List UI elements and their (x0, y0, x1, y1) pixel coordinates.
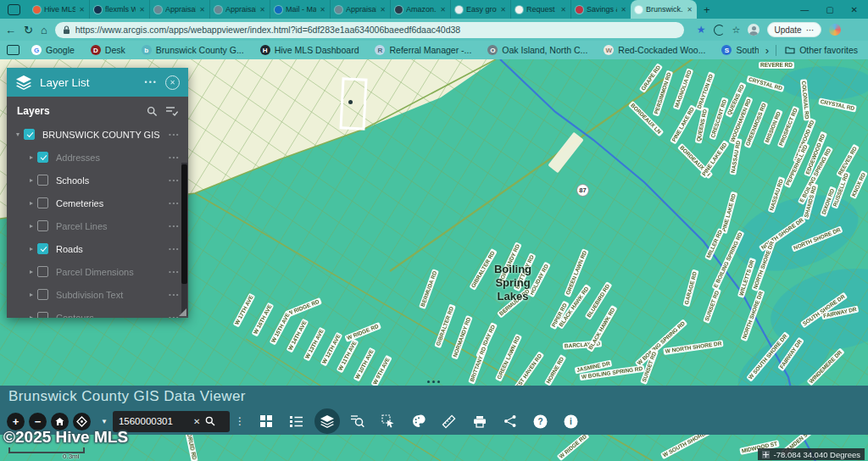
expand-caret-icon[interactable]: ▸ (27, 153, 36, 161)
bookmark-oak-island-north-c[interactable]: OOak Island, North C... (487, 45, 587, 55)
expand-caret-icon[interactable]: ▸ (27, 291, 36, 298)
layer-item-cemeteries[interactable]: ▸Cemeteries••• (7, 192, 188, 214)
refresh-icon[interactable]: ↻ (24, 25, 33, 36)
parcel-search-box[interactable]: ✕ (113, 411, 230, 432)
panel-scrollbar-track[interactable] (181, 163, 187, 316)
panel-close-icon[interactable]: ✕ (165, 75, 180, 90)
expand-caret-icon[interactable]: ▾ (14, 131, 22, 138)
tab-close-icon[interactable]: ✕ (560, 6, 566, 14)
layer-menu-dots-icon[interactable]: ••• (169, 291, 180, 298)
tab-flexmls-w[interactable]: flexmls W...✕ (89, 0, 149, 19)
expand-caret-icon[interactable]: ▸ (27, 199, 36, 207)
select-button[interactable] (374, 408, 403, 434)
selected-parcel[interactable] (339, 77, 367, 130)
sidebar-toggle-icon[interactable] (7, 45, 19, 55)
layer-menu-dots-icon[interactable]: ••• (169, 131, 180, 138)
bookmarks-overflow-icon[interactable]: › (765, 44, 769, 57)
tab-close-icon[interactable]: ✕ (320, 6, 326, 14)
expand-caret-icon[interactable]: ▸ (27, 314, 36, 318)
layer-item-parcel-dimensions[interactable]: ▸Parcel Dimensions••• (7, 260, 188, 283)
tab-close-icon[interactable]: ✕ (79, 6, 85, 14)
info-button[interactable]: i (557, 408, 586, 434)
bookmark-desk[interactable]: DDesk (91, 45, 125, 55)
search-source-dropdown[interactable]: ▼ (101, 418, 108, 425)
browser-essentials-icon[interactable] (714, 25, 725, 36)
expand-caret-icon[interactable]: ▸ (27, 268, 36, 275)
layer-checkbox[interactable] (37, 220, 48, 231)
copilot-icon[interactable] (829, 24, 841, 36)
tab-close-icon[interactable]: ✕ (259, 6, 265, 14)
layer-list-button[interactable] (313, 408, 342, 434)
back-icon[interactable]: ← (5, 25, 16, 36)
bookmark-red-cockaded-woo[interactable]: WRed-Cockaded Woo... (604, 45, 705, 55)
search-icon[interactable] (205, 416, 215, 426)
expand-caret-icon[interactable]: ▸ (27, 176, 36, 184)
tab-appraisal[interactable]: Appraisal...✕ (209, 0, 270, 19)
bookmark-referral-manager[interactable]: RReferral Manager -... (375, 45, 471, 55)
layer-item-addresses[interactable]: ▸Addresses••• (7, 146, 188, 169)
clear-search-icon[interactable]: ✕ (193, 417, 200, 426)
more-options-icon[interactable]: ⋯ (806, 25, 815, 35)
expand-caret-icon[interactable]: ▸ (27, 245, 36, 253)
layer-checkbox[interactable] (37, 175, 48, 186)
help-button[interactable]: ? (526, 408, 555, 434)
bookmark-southport-nc-cost[interactable]: SSouthport, NC Cost... (721, 45, 758, 55)
favorite-star-icon[interactable]: ★ (697, 24, 706, 36)
bookmark-brunswick-county-g[interactable]: bBrunswick County G... (142, 45, 244, 55)
other-favorites-button[interactable]: Other favorites (785, 45, 861, 55)
close-icon[interactable]: ✕ (851, 5, 858, 14)
expand-caret-icon[interactable]: ▸ (27, 222, 36, 230)
layer-checkbox[interactable] (37, 197, 48, 208)
bookmark-google[interactable]: GGoogle (31, 45, 75, 55)
print-button[interactable] (465, 408, 494, 434)
panel-resize-handle[interactable] (179, 308, 186, 316)
layer-menu-dots-icon[interactable]: ••• (169, 268, 180, 275)
panel-menu-dots[interactable]: ••• (145, 78, 158, 86)
tab-amazon[interactable]: Amazon...✕ (390, 0, 450, 19)
layer-search-icon[interactable] (147, 106, 158, 117)
profile-avatar[interactable] (748, 24, 760, 36)
search-input[interactable] (119, 416, 188, 426)
bookmark-hive-mls-dashboard[interactable]: HHive MLS Dashboard (260, 45, 359, 55)
tab-close-icon[interactable]: ✕ (380, 6, 386, 14)
layer-menu-dots-icon[interactable]: ••• (169, 222, 180, 230)
panel-drag-handle[interactable] (427, 380, 440, 383)
layer-item-parcel-lines[interactable]: ▸Parcel Lines••• (7, 214, 188, 237)
minimize-icon[interactable]: — (800, 5, 809, 14)
coordinate-target-icon[interactable] (762, 451, 770, 458)
draw-button[interactable] (404, 408, 433, 434)
tab-savings[interactable]: Savings &...✕ (570, 0, 631, 19)
panel-scrollbar-thumb[interactable] (181, 164, 187, 284)
tab-close-icon[interactable]: ✕ (199, 6, 205, 14)
tab-request-f[interactable]: Request f...✕ (510, 0, 570, 19)
layer-checkbox[interactable] (37, 152, 48, 163)
layer-menu-dots-icon[interactable]: ••• (169, 245, 180, 253)
layer-checkbox[interactable] (37, 266, 48, 277)
layer-menu-dots-icon[interactable]: ••• (169, 153, 180, 161)
layer-item-brunswick-county-gis[interactable]: ▾BRUNSWICK COUNTY GIS••• (7, 123, 188, 146)
collections-icon[interactable]: ☆ (732, 25, 741, 36)
layer-checkbox[interactable] (37, 243, 48, 254)
layer-item-roads[interactable]: ▸Roads••• (7, 237, 188, 260)
tab-easy-grou[interactable]: Easy grou...✕ (450, 0, 510, 19)
layer-checkbox[interactable] (24, 129, 35, 140)
tab-hive-mls[interactable]: Hive MLS✕ (29, 0, 89, 19)
tab-mail-ma[interactable]: Mail - Ma...✕ (270, 0, 330, 19)
tab-search-icon[interactable] (8, 4, 20, 15)
tab-brunswick[interactable]: Brunswick...✕ (631, 0, 697, 19)
url-text[interactable]: https://www.arcgis.com/apps/webappviewer… (75, 25, 460, 35)
tab-close-icon[interactable]: ✕ (139, 6, 145, 14)
tab-close-icon[interactable]: ✕ (500, 6, 506, 14)
layer-checkbox[interactable] (37, 312, 48, 318)
home-icon[interactable]: ⌂ (41, 25, 47, 36)
update-button[interactable]: Update ⋯ (767, 22, 821, 37)
attribute-search-button[interactable] (343, 408, 372, 434)
layer-menu-dots-icon[interactable]: ••• (169, 176, 180, 184)
maximize-icon[interactable]: ▢ (826, 5, 833, 14)
share-button[interactable] (496, 408, 525, 434)
tab-close-icon[interactable]: ✕ (620, 6, 626, 14)
tab-appraisal[interactable]: Appraisal...✕ (330, 0, 390, 19)
search-menu-dots-icon[interactable]: ⋮ (235, 415, 245, 427)
address-bar[interactable]: https://www.arcgis.com/apps/webappviewer… (55, 22, 684, 38)
legend-button[interactable] (282, 408, 311, 434)
